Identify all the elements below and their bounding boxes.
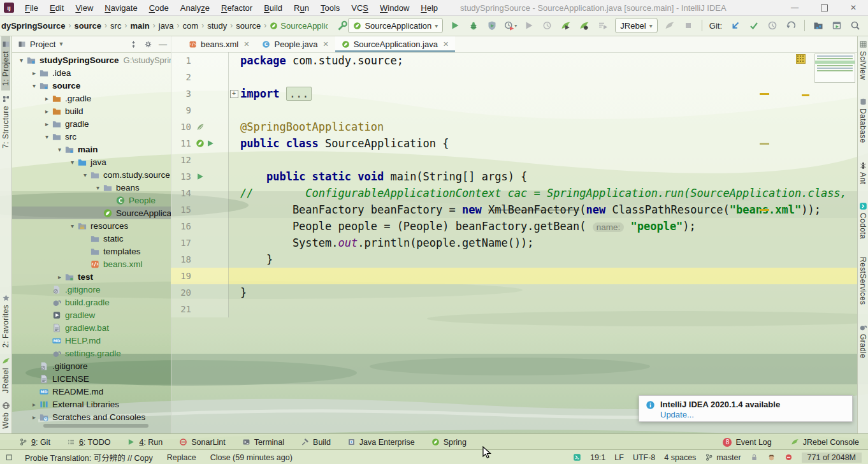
tab-beans-xml[interactable]: beans.xml✕ xyxy=(182,36,256,52)
tree-item-templates[interactable]: templates xyxy=(11,245,171,257)
fold-toggle-icon[interactable]: + xyxy=(230,90,238,98)
code-line-15[interactable]: 15 BeanFactory beanFactory = new XmlBean… xyxy=(171,201,858,218)
status-utf-8[interactable]: UTF-8 xyxy=(633,453,655,462)
breadcrumb-item-java[interactable]: java xyxy=(157,21,175,31)
menu-run[interactable]: Run xyxy=(288,3,315,13)
tree-item-main[interactable]: ▾main xyxy=(11,143,171,156)
code-line-19[interactable]: 19 xyxy=(171,268,858,284)
rollback-button[interactable] xyxy=(785,19,797,32)
close-tab-icon[interactable]: ✕ xyxy=(243,40,249,48)
toolwindow-button-spring[interactable]: Spring xyxy=(431,438,467,447)
code-line-1[interactable]: 1package com.study.source; xyxy=(171,52,858,69)
menu-window[interactable]: Window xyxy=(374,3,415,13)
breadcrumb-item-dyspringsource[interactable]: dySpringSource xyxy=(0,21,66,31)
status-red-dot[interactable] xyxy=(785,453,793,461)
code-line-13[interactable]: 13 public static void main(String[] args… xyxy=(171,168,858,185)
tree-item-studyspringsource[interactable]: ▾studySpringSourceG:\studySpring xyxy=(11,54,171,66)
tree-item-build[interactable]: ▸build xyxy=(11,105,171,117)
breadcrumb-item-src[interactable]: src xyxy=(109,21,122,31)
tree-item-static[interactable]: static xyxy=(11,232,171,245)
horizontal-scrollbar[interactable] xyxy=(43,424,148,428)
code-line-2[interactable]: 2 xyxy=(171,69,858,85)
debug-button[interactable] xyxy=(467,19,480,32)
status-4-spaces[interactable]: 4 spaces xyxy=(664,453,696,462)
run-with-button[interactable] xyxy=(597,19,609,32)
toolwindow-button-todo[interactable]: 6: TODO xyxy=(67,438,111,447)
status-segment-probie-trans[interactable]: Probie Translation: 可分辨的 // Copy xyxy=(25,451,153,463)
tree-item-gitignore[interactable]: .gitignore xyxy=(11,359,171,372)
update-link[interactable]: Update... xyxy=(660,410,780,419)
code-line-17[interactable]: 17 System.out.println(people.getName()); xyxy=(171,235,858,251)
spring-gutter-icon[interactable] xyxy=(196,122,205,131)
menu-analyze[interactable]: Analyze xyxy=(175,3,215,13)
status-master[interactable]: master xyxy=(705,453,741,462)
gear-icon[interactable] xyxy=(144,40,152,48)
maximize-button[interactable] xyxy=(809,0,839,15)
stripe-button-gradle[interactable]: Gradle xyxy=(858,319,867,363)
breadcrumb-item-sourceapplication[interactable]: SourceApplication xyxy=(268,21,327,31)
tab-sourceapplication-java[interactable]: SourceApplication.java✕ xyxy=(335,36,455,52)
toolwindow-button-build[interactable]: Build xyxy=(301,438,331,447)
status-jrebel-exec[interactable] xyxy=(573,453,581,461)
tree-item-source[interactable]: ▾source xyxy=(11,79,171,92)
breadcrumb-item-main[interactable]: main xyxy=(129,21,150,31)
code-line-18[interactable]: 18 } xyxy=(171,251,858,268)
status-segment-close-59-mi[interactable]: Close (59 minutes ago) xyxy=(210,451,293,463)
tree-item-beans[interactable]: ▾beans xyxy=(11,181,171,194)
tree-item-readme-md[interactable]: MDREADME.md xyxy=(11,385,171,398)
tree-item-build-gradle[interactable]: build.gradle xyxy=(11,296,171,308)
menu-vcs[interactable]: VCS xyxy=(345,3,374,13)
code-line-20[interactable]: 20} xyxy=(171,284,858,301)
update-project-button[interactable] xyxy=(729,19,742,32)
tree-item-external-libraries[interactable]: ▸External Libraries xyxy=(11,398,171,410)
status-lock[interactable] xyxy=(750,453,758,461)
menu-code[interactable]: Code xyxy=(143,3,175,13)
stripe-button-sciview[interactable]: SciView xyxy=(858,36,867,84)
code-line-14[interactable]: 14// ConfigurableApplicationContext cac … xyxy=(171,185,858,201)
tree-item-settings-gradle[interactable]: settings.gradle xyxy=(11,347,171,359)
jrebel-run-button[interactable] xyxy=(560,19,572,32)
project-view-dropdown-icon[interactable]: ▼ xyxy=(58,41,64,47)
spring-bean-icon[interactable] xyxy=(196,139,205,148)
stripe-button-codota[interactable]: Codota xyxy=(858,198,867,243)
stripe-button-2-favorites[interactable]: 2: Favorites xyxy=(1,289,10,352)
status-lf[interactable]: LF xyxy=(614,453,624,462)
toolwindow-button-terminal[interactable]: Terminal xyxy=(242,438,284,447)
close-tab-icon[interactable]: ✕ xyxy=(443,40,449,48)
tree-item-beans-xml[interactable]: beans.xml xyxy=(11,257,171,270)
tab-people-java[interactable]: CPeople.java✕ xyxy=(256,36,335,52)
search-everywhere-button[interactable] xyxy=(849,19,862,32)
rerun-button[interactable] xyxy=(523,19,535,32)
tree-item-gradle[interactable]: ▸.gradle xyxy=(11,92,171,105)
tree-item-sourceapplication[interactable]: SourceApplication xyxy=(11,207,171,219)
menu-navigate[interactable]: Navigate xyxy=(99,3,143,13)
stripe-button-web[interactable]: Web xyxy=(1,397,10,433)
jrebel-select[interactable]: JRebel▾ xyxy=(615,18,658,33)
tree-item-src[interactable]: ▾src xyxy=(11,130,171,143)
run-small-icon[interactable] xyxy=(196,172,205,181)
tree-item-java[interactable]: ▾java xyxy=(11,156,171,168)
profile-disabled-button[interactable] xyxy=(541,19,554,32)
local-changes-button[interactable] xyxy=(812,19,825,32)
tree-item-test[interactable]: ▸test xyxy=(11,270,171,283)
tree-item-idea[interactable]: ▸.idea xyxy=(11,66,171,79)
run-configuration-select[interactable]: SourceApplication▾ xyxy=(348,18,443,33)
toolwindow-button-event-log[interactable]: 8Event Log xyxy=(723,438,771,447)
stripe-button-jrebel[interactable]: JRebel xyxy=(1,352,10,398)
wrench-icon[interactable] xyxy=(336,19,349,32)
toolwindow-button-jrebel-console[interactable]: JRebel Console xyxy=(791,438,859,447)
hide-panel-icon[interactable]: — xyxy=(159,40,167,49)
menu-help[interactable]: Help xyxy=(415,3,444,13)
profiler-button[interactable]: ▾ xyxy=(504,19,517,32)
tree-item-gradlew[interactable]: gradlew xyxy=(11,308,171,321)
tree-item-gitignore[interactable]: .gitignore xyxy=(11,283,171,296)
code-line-10[interactable]: 10@SpringBootApplication xyxy=(171,119,858,135)
stop-button[interactable] xyxy=(682,19,695,32)
stripe-button-database[interactable]: Database xyxy=(858,93,867,148)
code-line-3[interactable]: 3+import ... xyxy=(171,85,858,102)
code-line-21[interactable]: 21 xyxy=(171,301,858,317)
services-button[interactable] xyxy=(830,19,843,32)
menu-tools[interactable]: Tools xyxy=(315,3,345,13)
commit-button[interactable] xyxy=(748,19,760,32)
menu-build[interactable]: Build xyxy=(258,3,288,13)
